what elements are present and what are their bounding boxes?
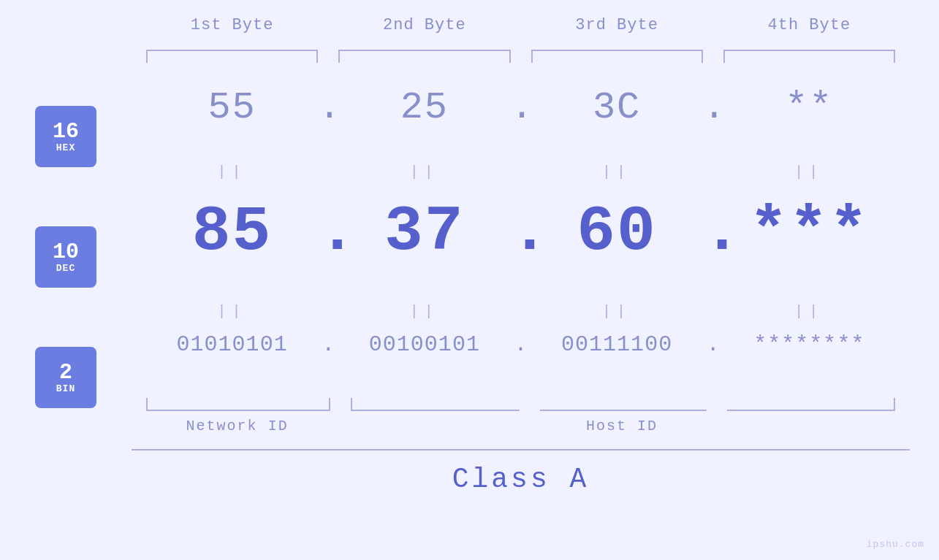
- bracket-1: [146, 50, 318, 63]
- eq-row-2: || || || ||: [117, 303, 924, 320]
- bracket-2: [338, 50, 510, 63]
- byte-header-2: 2nd Byte: [338, 16, 510, 34]
- watermark: ipshu.com: [867, 539, 924, 550]
- bin-badge-number: 2: [59, 361, 72, 383]
- hex-val-1: 55: [146, 86, 318, 129]
- eq1-4: ||: [723, 164, 895, 180]
- header-row: 1st Byte 2nd Byte 3rd Byte 4th Byte: [117, 16, 924, 34]
- bin-bracket-3: [540, 398, 707, 411]
- hex-dot-3: .: [703, 86, 723, 129]
- eq1-2: ||: [338, 164, 510, 180]
- full-bottom-line: [132, 449, 910, 450]
- eq2-1: ||: [146, 303, 318, 320]
- top-bracket-row: [117, 50, 924, 63]
- dec-dot-1: .: [318, 196, 338, 268]
- eq1-3: ||: [531, 164, 703, 180]
- bin-bottom-bracket-row: [117, 398, 924, 411]
- dec-val-4: ***: [723, 196, 895, 268]
- hex-val-2: 25: [338, 86, 510, 129]
- hex-val-4: **: [723, 86, 895, 129]
- hex-val-3: 3C: [531, 86, 703, 129]
- bin-val-1: 01010101: [146, 332, 318, 357]
- hex-badge-number: 16: [53, 120, 79, 142]
- eq2-3: ||: [531, 303, 703, 320]
- bin-val-3: 00111100: [531, 332, 703, 357]
- host-id-label: Host ID: [349, 418, 895, 434]
- eq-row-1: || || || ||: [117, 164, 924, 180]
- dec-badge-label: DEC: [56, 263, 75, 274]
- bin-badge: 2 BIN: [35, 347, 96, 408]
- bin-bracket-234-container: [351, 398, 895, 411]
- dec-badge-number: 10: [53, 241, 79, 263]
- bin-val-4: ********: [723, 332, 895, 357]
- hex-dot-2: .: [511, 86, 531, 129]
- dec-val-1: 85: [146, 196, 318, 268]
- dec-val-2: 37: [338, 196, 510, 268]
- byte-header-1: 1st Byte: [146, 16, 318, 34]
- eq2-4: ||: [723, 303, 895, 320]
- eq1-1: ||: [146, 164, 318, 180]
- bin-badge-label: BIN: [56, 383, 75, 394]
- dec-row: 85 . 37 . 60 . ***: [117, 196, 924, 268]
- byte-header-3: 3rd Byte: [531, 16, 703, 34]
- hex-row: 55 . 25 . 3C . **: [117, 86, 924, 129]
- id-label-row: Network ID Host ID: [117, 418, 924, 434]
- hex-dot-1: .: [318, 86, 338, 129]
- eq2-2: ||: [338, 303, 510, 320]
- dec-val-3: 60: [531, 196, 703, 268]
- dec-dot-2: .: [511, 196, 531, 268]
- bin-row: 01010101 . 00100101 . 00111100 . *******…: [117, 332, 924, 357]
- hex-badge: 16 HEX: [35, 106, 96, 167]
- bin-val-2: 00100101: [338, 332, 510, 357]
- dec-badge: 10 DEC: [35, 226, 96, 288]
- bin-dot-3: .: [703, 332, 723, 357]
- hex-badge-label: HEX: [56, 142, 75, 153]
- dec-dot-3: .: [703, 196, 723, 268]
- bin-bracket-2: [351, 398, 519, 411]
- bin-dot-1: .: [318, 332, 338, 357]
- byte-header-4: 4th Byte: [723, 16, 895, 34]
- bin-bracket-4: [727, 398, 895, 411]
- bin-bracket-1: [146, 398, 330, 411]
- network-id-label: Network ID: [146, 418, 328, 434]
- main-container: 16 HEX 10 DEC 2 BIN 1st Byte 2nd Byte 3r…: [0, 0, 939, 560]
- bracket-3: [531, 50, 703, 63]
- bracket-4: [723, 50, 895, 63]
- class-label: Class A: [117, 464, 924, 495]
- bin-dot-2: .: [511, 332, 531, 357]
